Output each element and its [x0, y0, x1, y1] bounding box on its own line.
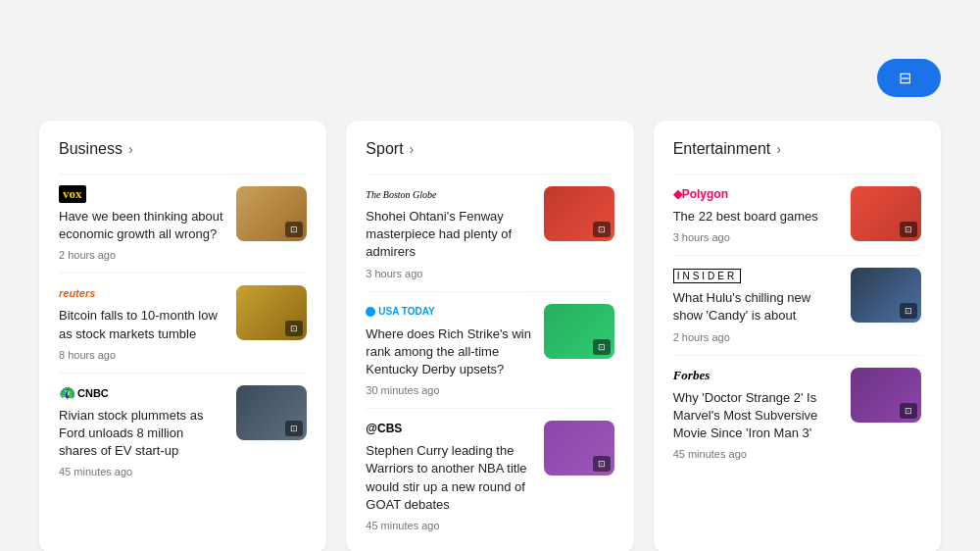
news-headline: The 22 best board games [673, 208, 839, 225]
news-item[interactable]: INSIDER What Hulu's chilling new show 'C… [673, 255, 921, 354]
news-content: ◆Polygon The 22 best board games 3 hours… [673, 186, 839, 243]
news-content: USA TODAY Where does Rich Strike's win r… [366, 304, 531, 397]
topic-title: Entertainment [673, 140, 771, 158]
news-time: 8 hours ago [59, 349, 224, 361]
source-logo: Forbes [673, 368, 839, 383]
topic-card-entertainment: Entertainment › ◆Polygon The 22 best boa… [654, 121, 941, 551]
source-logo: @CBS [366, 421, 531, 436]
save-icon[interactable]: ⊡ [593, 456, 611, 472]
news-time: 2 hours ago [673, 331, 839, 343]
news-thumbnail: ⊡ [236, 186, 307, 241]
news-item[interactable]: Forbes Why 'Doctor Strange 2' Is Marvel'… [673, 355, 921, 473]
news-content: INSIDER What Hulu's chilling new show 'C… [673, 268, 839, 342]
topic-arrow-icon: › [410, 141, 415, 157]
news-content: vox Have we been thinking about economic… [59, 186, 224, 261]
news-item[interactable]: reuters Bitcoin falls to 10-month low as… [59, 273, 307, 372]
save-icon[interactable]: ⊡ [285, 421, 303, 436]
save-icon[interactable]: ⊡ [900, 222, 917, 237]
customize-icon: ⊟ [899, 69, 911, 87]
news-item[interactable]: USA TODAY Where does Rich Strike's win r… [366, 291, 613, 409]
source-logo: The Boston Globe [366, 186, 531, 202]
news-item[interactable]: ◆Polygon The 22 best board games 3 hours… [673, 174, 921, 255]
news-content: The Boston Globe Shohei Ohtani's Fenway … [366, 186, 531, 279]
news-time: 2 hours ago [59, 249, 224, 261]
news-headline: Shohei Ohtani's Fenway masterpiece had p… [366, 208, 531, 262]
save-icon[interactable]: ⊡ [285, 321, 303, 336]
news-thumbnail: ⊡ [851, 268, 921, 323]
topic-title: Business [59, 140, 122, 158]
news-time: 30 minutes ago [366, 384, 531, 396]
news-content: @CBS Stephen Curry leading the Warriors … [366, 421, 531, 531]
news-headline: What Hulu's chilling new show 'Candy' is… [673, 289, 839, 325]
save-icon[interactable]: ⊡ [900, 403, 917, 419]
page-header: ⊟ [39, 59, 941, 97]
news-time: 45 minutes ago [59, 466, 224, 477]
save-icon[interactable]: ⊡ [900, 303, 917, 319]
news-item[interactable]: The Boston Globe Shohei Ohtani's Fenway … [366, 174, 613, 291]
news-headline: Have we been thinking about economic gro… [59, 208, 224, 243]
news-thumbnail: ⊡ [236, 385, 307, 440]
news-item[interactable]: 🦚CNBC Rivian stock plummets as Ford unlo… [59, 373, 307, 490]
topic-arrow-icon: › [776, 141, 781, 157]
news-headline: Rivian stock plummets as Ford unloads 8 … [59, 407, 224, 461]
source-logo: USA TODAY [366, 304, 531, 320]
source-logo: 🦚CNBC [59, 385, 224, 401]
save-icon[interactable]: ⊡ [285, 222, 303, 237]
customize-button[interactable]: ⊟ [877, 59, 941, 97]
topic-header[interactable]: Sport › [366, 140, 613, 158]
topic-title: Sport [366, 140, 403, 158]
topics-grid: Business › vox Have we been thinking abo… [39, 121, 941, 551]
page-container: ⊟ Business › vox Have we been thinking a… [0, 0, 980, 551]
news-thumbnail: ⊡ [544, 186, 614, 241]
topic-card-business: Business › vox Have we been thinking abo… [39, 121, 326, 551]
news-content: 🦚CNBC Rivian stock plummets as Ford unlo… [59, 385, 224, 478]
news-headline: Stephen Curry leading the Warriors to an… [366, 442, 531, 514]
news-item[interactable]: @CBS Stephen Curry leading the Warriors … [366, 408, 613, 543]
news-thumbnail: ⊡ [544, 421, 614, 476]
topic-header[interactable]: Entertainment › [673, 140, 921, 158]
news-time: 3 hours ago [366, 268, 531, 279]
source-logo: reuters [59, 285, 224, 301]
news-headline: Where does Rich Strike's win rank among … [366, 326, 531, 379]
source-logo: INSIDER [673, 268, 839, 283]
save-icon[interactable]: ⊡ [593, 339, 611, 355]
news-content: reuters Bitcoin falls to 10-month low as… [59, 285, 224, 360]
news-thumbnail: ⊡ [544, 304, 614, 359]
news-content: Forbes Why 'Doctor Strange 2' Is Marvel'… [673, 368, 839, 461]
news-thumbnail: ⊡ [851, 186, 921, 241]
topic-header[interactable]: Business › [59, 140, 307, 158]
save-icon[interactable]: ⊡ [593, 222, 611, 237]
news-item[interactable]: vox Have we been thinking about economic… [59, 174, 307, 273]
topic-arrow-icon: › [128, 141, 133, 157]
news-time: 3 hours ago [673, 231, 839, 243]
news-headline: Bitcoin falls to 10-month low as stock m… [59, 307, 224, 342]
news-thumbnail: ⊡ [236, 285, 307, 340]
topic-card-sport: Sport › The Boston Globe Shohei Ohtani's… [346, 121, 633, 551]
source-logo: ◆Polygon [673, 186, 839, 202]
news-thumbnail: ⊡ [851, 368, 921, 423]
news-time: 45 minutes ago [673, 448, 839, 460]
news-time: 45 minutes ago [366, 520, 531, 531]
news-headline: Why 'Doctor Strange 2' Is Marvel's Most … [673, 389, 839, 443]
source-logo: vox [59, 186, 224, 202]
